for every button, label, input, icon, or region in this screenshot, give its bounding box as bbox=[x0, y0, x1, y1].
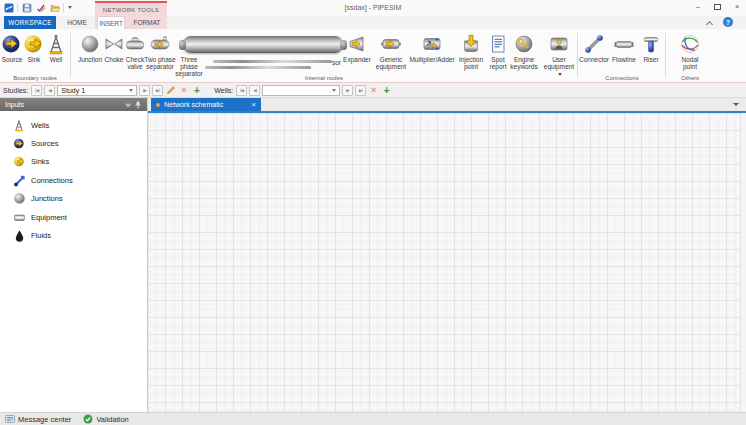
help-icon[interactable]: ? bbox=[723, 17, 733, 27]
generic-equipment-icon bbox=[380, 33, 402, 55]
nodal-point-icon bbox=[679, 33, 701, 55]
inputs-list: Wells Sources Sinks Connections Junction… bbox=[0, 111, 147, 245]
source-icon bbox=[1, 33, 23, 55]
validation-tab[interactable]: Validation bbox=[83, 414, 128, 424]
ribbon-item-spot-report[interactable]: Spot report bbox=[487, 33, 509, 70]
pipe-artifact-bar bbox=[213, 60, 332, 63]
group-separator bbox=[577, 33, 578, 77]
connector-icon bbox=[583, 33, 605, 55]
studies-first-button[interactable]: |◀ bbox=[31, 85, 42, 96]
ribbon-item-connector[interactable]: Connector bbox=[579, 33, 609, 63]
ribbon-item-user-equipment[interactable]: User equipment bbox=[541, 33, 577, 77]
sidebar-item-sinks[interactable]: Sinks bbox=[0, 153, 147, 171]
tab-format[interactable]: FORMAT bbox=[129, 16, 165, 29]
status-bar: Message center Validation bbox=[0, 412, 746, 425]
ribbon-item-source[interactable]: Source bbox=[2, 33, 22, 63]
inputs-panel: Inputs Wells Sources Sinks Connections J… bbox=[0, 98, 148, 412]
validation-check-icon bbox=[83, 414, 93, 424]
message-center-icon bbox=[5, 414, 15, 424]
add-well-button[interactable]: + bbox=[381, 85, 392, 96]
inputs-panel-header: Inputs bbox=[0, 98, 147, 111]
studies-last-button[interactable]: ▶| bbox=[152, 85, 163, 96]
studies-next-button[interactable]: ▶ bbox=[139, 85, 150, 96]
window-title: [ssdax] - PIPESIM bbox=[0, 4, 746, 11]
network-schematic-canvas[interactable] bbox=[148, 113, 746, 412]
edit-study-icon[interactable] bbox=[165, 85, 176, 96]
connections-icon bbox=[13, 174, 26, 187]
sidebar-item-sources[interactable]: Sources bbox=[0, 134, 147, 152]
ribbon-item-flowline[interactable]: Flowline bbox=[610, 33, 638, 63]
user-equipment-icon bbox=[548, 33, 570, 55]
maximize-button[interactable] bbox=[714, 4, 721, 10]
pipe-artifact bbox=[183, 36, 343, 53]
ribbon-item-riser[interactable]: Riser bbox=[639, 33, 663, 63]
tab-insert[interactable]: INSERT bbox=[97, 16, 125, 29]
ribbon-group-internal-nodes: Junction Choke Check valve Two phase sep… bbox=[71, 29, 577, 82]
sinks-icon bbox=[13, 155, 26, 168]
ribbon-group-others: Nodal point Others bbox=[667, 29, 713, 82]
tab-workspace[interactable]: WORKSPACE bbox=[4, 16, 56, 29]
wells-first-button[interactable]: |◀ bbox=[236, 85, 247, 96]
sidebar-item-equipment[interactable]: Equipment bbox=[0, 208, 147, 226]
title-bar: NETWORK TOOLS [ssdax] - PIPESIM – × bbox=[0, 0, 746, 16]
collapse-ribbon-icon[interactable] bbox=[706, 21, 713, 28]
well-icon bbox=[45, 33, 67, 55]
ribbon-item-injection-point[interactable]: Injection point bbox=[456, 33, 486, 70]
chevron-down-icon[interactable] bbox=[125, 101, 131, 107]
delete-well-button[interactable]: × bbox=[368, 85, 379, 95]
tab-list-dropdown-icon[interactable] bbox=[733, 103, 739, 106]
message-center-tab[interactable]: Message center bbox=[5, 414, 71, 424]
flowline-icon bbox=[613, 33, 635, 55]
minimize-button[interactable]: – bbox=[693, 1, 703, 13]
dropdown-caret-icon bbox=[129, 89, 133, 92]
ribbon-item-well[interactable]: Well bbox=[46, 33, 66, 63]
ribbon-group-boundary-nodes: Source Sink Well Boundary nodes bbox=[0, 29, 70, 82]
wells-last-button[interactable]: ▶| bbox=[355, 85, 366, 96]
tab-home[interactable]: HOME bbox=[60, 16, 94, 29]
ribbon: Source Sink Well Boundary nodes Junction… bbox=[0, 29, 746, 83]
close-button[interactable]: × bbox=[732, 1, 742, 13]
sidebar-item-fluids[interactable]: Fluids bbox=[0, 226, 147, 244]
junctions-icon bbox=[13, 192, 26, 205]
sidebar-item-junctions[interactable]: Junctions bbox=[0, 190, 147, 208]
ribbon-item-generic-equipment[interactable]: Generic equipment bbox=[374, 33, 408, 70]
equipment-icon bbox=[13, 211, 26, 224]
window-controls: – × bbox=[693, 1, 742, 13]
sink-icon bbox=[23, 33, 45, 55]
spot-report-icon bbox=[487, 33, 509, 55]
compressor-label-fragment: sor bbox=[332, 59, 341, 66]
tab-network-schematic[interactable]: Network schematic × bbox=[151, 98, 261, 111]
inputs-panel-title: Inputs bbox=[5, 101, 122, 108]
editor-area: Network schematic × bbox=[148, 98, 746, 412]
expander-icon bbox=[346, 33, 368, 55]
sidebar-item-connections[interactable]: Connections bbox=[0, 171, 147, 189]
add-study-button[interactable]: + bbox=[191, 85, 202, 96]
ribbon-item-nodal-point[interactable]: Nodal point bbox=[675, 33, 705, 70]
ribbon-item-expander[interactable]: Expander bbox=[343, 33, 371, 63]
ribbon-item-multiplier-adder[interactable]: Multiplier/Adder bbox=[407, 33, 457, 63]
sidebar-item-wells[interactable]: Wells bbox=[0, 116, 147, 134]
group-separator bbox=[665, 33, 666, 77]
multiplier-adder-icon bbox=[421, 33, 443, 55]
wells-prev-button[interactable]: ◀ bbox=[249, 85, 260, 96]
two-phase-separator-icon bbox=[149, 33, 171, 55]
delete-study-button[interactable]: × bbox=[178, 85, 189, 95]
wells-next-button[interactable]: ▶ bbox=[342, 85, 353, 96]
wells-select[interactable] bbox=[262, 85, 340, 96]
studies-prev-button[interactable]: ◀ bbox=[44, 85, 55, 96]
studies-toolbar: Studies: |◀ ◀ Study 1 ▶ ▶| × + Wells: |◀… bbox=[0, 83, 746, 98]
pin-icon[interactable] bbox=[134, 101, 142, 109]
ribbon-group-connections: Connector Flowline Riser Connections bbox=[579, 29, 665, 82]
ribbon-item-junction[interactable]: Junction bbox=[78, 33, 102, 63]
ribbon-item-engine-keywords[interactable]: Engine keywords bbox=[508, 33, 540, 70]
studies-label: Studies: bbox=[3, 87, 28, 94]
document-tabstrip: Network schematic × bbox=[148, 98, 746, 113]
fluids-icon bbox=[13, 229, 26, 242]
tab-close-icon[interactable]: × bbox=[251, 100, 256, 110]
ribbon-item-sink[interactable]: Sink bbox=[24, 33, 44, 63]
injection-point-icon bbox=[460, 33, 482, 55]
sources-icon bbox=[13, 137, 26, 150]
dropdown-caret-icon bbox=[332, 89, 336, 92]
study-select[interactable]: Study 1 bbox=[57, 85, 137, 96]
vertical-scrollbar[interactable] bbox=[740, 113, 746, 412]
